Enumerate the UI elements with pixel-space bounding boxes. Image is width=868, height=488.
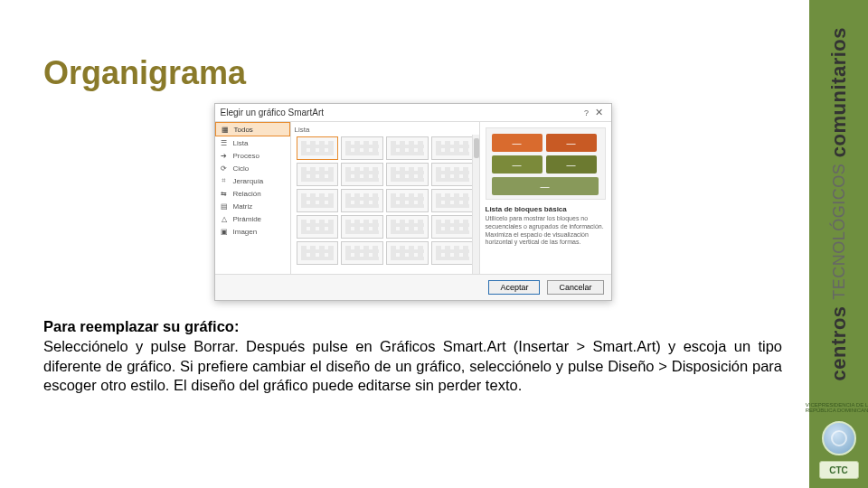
layout-thumb[interactable]	[341, 241, 383, 265]
cancel-button[interactable]: Cancelar	[547, 280, 603, 295]
slide-title: Organigrama	[43, 54, 782, 92]
layout-thumb[interactable]	[297, 241, 339, 265]
category-item-jerarquia[interactable]: ⌗ Jerarquía	[215, 174, 290, 187]
category-label: Relación	[233, 190, 261, 198]
brand-logos: VICEPRESIDENCIA DE LA REPÚBLICA DOMINICA…	[809, 421, 868, 479]
gallery-scrollbar[interactable]	[472, 135, 479, 274]
list-icon: ☰	[219, 138, 230, 147]
brand-vertical-text: centros TECNOLÓGICOS comunitarios	[827, 27, 851, 380]
dialog-close-button[interactable]: ✕	[593, 107, 606, 118]
category-list: ▦ Todos ☰ Lista ➔ Proceso ⟳ Ciclo	[215, 122, 291, 274]
dialog-title-text: Elegir un gráfico SmartArt	[221, 108, 580, 117]
layout-thumb[interactable]	[341, 136, 383, 160]
preview-block: —	[492, 155, 542, 174]
category-label: Pirámide	[233, 215, 262, 223]
layout-thumb[interactable]	[431, 189, 474, 212]
instructions-heading: Para reemplazar su gráfico:	[43, 318, 239, 334]
category-item-proceso[interactable]: ➔ Proceso	[215, 149, 290, 162]
layout-thumb[interactable]	[341, 215, 383, 239]
category-label: Imagen	[233, 228, 258, 236]
layout-thumb[interactable]	[431, 136, 474, 160]
grid-icon: ▦	[220, 125, 231, 134]
ctc-logo: CTC	[819, 461, 859, 479]
dialog-body: ▦ Todos ☰ Lista ➔ Proceso ⟳ Ciclo	[215, 122, 611, 274]
content-area: Organigrama Elegir un gráfico SmartArt ?…	[0, 0, 809, 488]
layout-gallery: Lista	[291, 122, 479, 274]
brand-word-tecnologicos: TECNOLÓGICOS	[830, 164, 848, 300]
category-item-piramide[interactable]: △ Pirámide	[215, 212, 290, 225]
category-item-relacion[interactable]: ⇆ Relación	[215, 187, 290, 200]
category-label: Lista	[233, 139, 249, 147]
layout-thumb[interactable]	[297, 215, 339, 239]
dialog-button-row: Aceptar Cancelar	[215, 274, 611, 300]
layout-thumb[interactable]	[431, 163, 474, 186]
dialog-titlebar: Elegir un gráfico SmartArt ? ✕	[215, 104, 611, 122]
gallery-heading: Lista	[293, 126, 477, 136]
preview-title: Lista de bloques básica	[486, 205, 606, 213]
layout-thumb[interactable]	[297, 136, 339, 160]
cycle-icon: ⟳	[219, 164, 230, 173]
matrix-icon: ▤	[219, 202, 230, 211]
brand-word-comunitarios: comunitarios	[827, 27, 850, 157]
thumbnail-grid	[293, 136, 477, 265]
category-item-lista[interactable]: ☰ Lista	[215, 136, 290, 149]
hierarchy-icon: ⌗	[219, 176, 230, 185]
layout-thumb[interactable]	[431, 215, 474, 239]
brand-sideband: centros TECNOLÓGICOS comunitarios VICEPR…	[809, 0, 868, 488]
preview-canvas: — — — — —	[486, 127, 606, 200]
pyramid-icon: △	[219, 214, 230, 223]
preview-block: —	[546, 155, 597, 174]
preview-block: —	[546, 134, 597, 152]
layout-thumb[interactable]	[297, 189, 339, 212]
brand-word-centros: centros	[827, 305, 850, 380]
category-label: Matriz	[233, 202, 253, 211]
seal-icon	[822, 421, 856, 455]
category-label: Todos	[234, 126, 253, 134]
category-label: Proceso	[233, 152, 259, 160]
instructions-block: Para reemplazar su gráfico: Selecciónelo…	[43, 317, 782, 396]
slide-page: Organigrama Elegir un gráfico SmartArt ?…	[0, 0, 868, 488]
dialog-help-button[interactable]: ?	[580, 108, 593, 117]
category-item-ciclo[interactable]: ⟳ Ciclo	[215, 162, 290, 174]
category-item-todos[interactable]: ▦ Todos	[215, 122, 290, 136]
instructions-body: Selecciónelo y pulse Borrar. Después pul…	[43, 338, 782, 394]
image-icon: ▣	[219, 227, 230, 236]
layout-thumb[interactable]	[297, 163, 339, 186]
layout-thumb[interactable]	[386, 163, 429, 186]
process-icon: ➔	[219, 151, 230, 160]
layout-thumb[interactable]	[341, 163, 383, 186]
layout-thumb[interactable]	[386, 189, 429, 212]
category-label: Jerarquía	[233, 177, 264, 185]
preview-block: —	[492, 177, 599, 195]
brand-subtitle: VICEPRESIDENCIA DE LA REPÚBLICA DOMINICA…	[802, 402, 868, 414]
layout-thumb[interactable]	[431, 241, 474, 265]
accept-button[interactable]: Aceptar	[488, 280, 540, 295]
preview-block: —	[492, 134, 542, 152]
scrollbar-thumb[interactable]	[474, 138, 479, 158]
layout-thumb[interactable]	[386, 215, 429, 239]
preview-description: Utilícelo para mostrar los bloques no se…	[486, 215, 606, 247]
layout-thumb[interactable]	[386, 136, 429, 160]
preview-pane: — — — — — Lista de bloques básica Utilíc…	[479, 122, 611, 274]
layout-thumb[interactable]	[341, 189, 383, 212]
category-item-imagen[interactable]: ▣ Imagen	[215, 225, 290, 238]
smartart-dialog: Elegir un gráfico SmartArt ? ✕ ▦ Todos ☰…	[214, 103, 612, 301]
layout-thumb[interactable]	[386, 241, 429, 265]
category-label: Ciclo	[233, 164, 250, 173]
relation-icon: ⇆	[219, 189, 230, 198]
category-item-matriz[interactable]: ▤ Matriz	[215, 200, 290, 212]
